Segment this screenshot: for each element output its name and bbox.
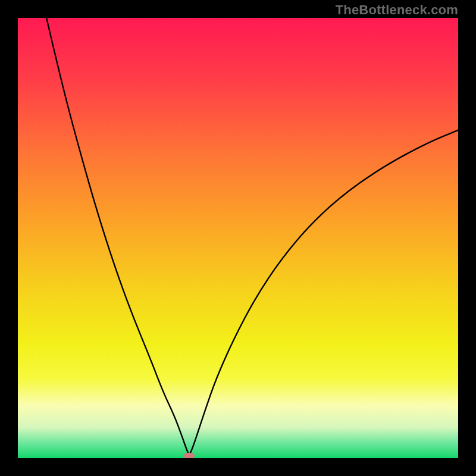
chart-plot-area	[18, 18, 458, 458]
watermark-text: TheBottleneck.com	[336, 2, 458, 18]
min-point-marker	[184, 453, 195, 458]
chart-svg	[18, 18, 458, 458]
bottleneck-curve	[46, 18, 458, 454]
chart-frame: TheBottleneck.com	[0, 0, 476, 476]
